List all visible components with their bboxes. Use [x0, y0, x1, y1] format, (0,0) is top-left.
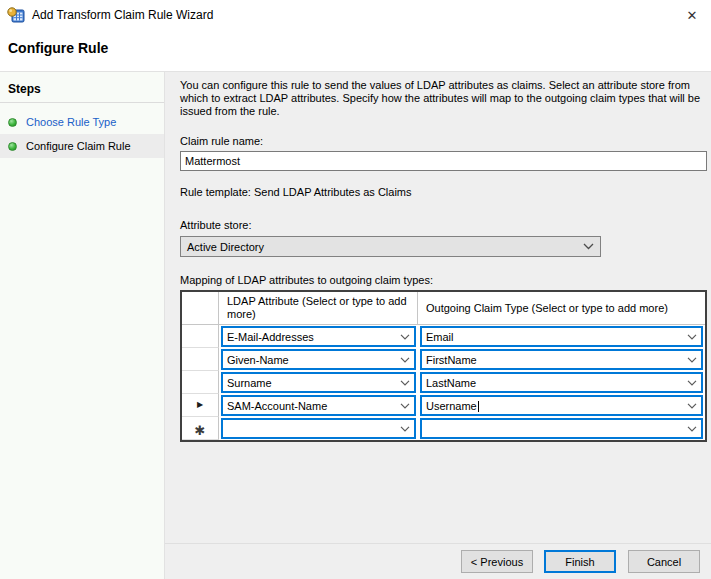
main-panel: You can configure this rule to send the … — [165, 72, 711, 579]
chevron-down-icon — [687, 380, 697, 386]
chevron-down-icon — [583, 243, 594, 250]
outgoing-claim-type-value: Email — [426, 331, 687, 343]
close-icon[interactable]: ✕ — [681, 5, 703, 25]
current-row-arrow-icon: ▶ — [197, 401, 203, 409]
titlebar: Add Transform Claim Rule Wizard — [0, 0, 711, 30]
ldap-attribute-value: E-Mail-Addresses — [227, 331, 400, 343]
outgoing-claim-type-dropdown[interactable]: FirstName — [420, 349, 703, 370]
row-selector-header — [182, 292, 219, 325]
dialog-header: Add Transform Claim Rule Wizard ✕ Config… — [0, 0, 711, 72]
sidebar-item-configure-claim-rule[interactable]: Configure Claim Rule — [0, 134, 164, 158]
current-row-selector[interactable]: ▶ — [182, 394, 219, 417]
chevron-down-icon — [687, 426, 697, 432]
step-bullet-icon — [8, 142, 17, 151]
steps-sidebar: Steps Choose Rule Type Configure Claim R… — [0, 72, 165, 579]
table-cell — [418, 417, 705, 440]
rule-description: You can configure this rule to send the … — [180, 79, 707, 118]
chevron-down-icon — [400, 334, 410, 340]
dialog-body: Steps Choose Rule Type Configure Claim R… — [0, 72, 711, 579]
new-row-selector[interactable]: ✱ — [182, 417, 219, 440]
claim-rule-wizard-icon — [7, 7, 25, 23]
table-cell: Surname — [219, 371, 418, 394]
ldap-attribute-dropdown[interactable]: SAM-Account-Name — [221, 395, 416, 416]
step-bullet-icon — [8, 118, 17, 127]
cancel-button[interactable]: Cancel — [628, 550, 700, 573]
finish-button[interactable]: Finish — [544, 550, 616, 573]
step-label: Configure Claim Rule — [26, 140, 131, 152]
chevron-down-icon — [687, 334, 697, 340]
claim-rule-name-label: Claim rule name: — [180, 135, 707, 147]
outgoing-claim-type-value: FirstName — [426, 354, 687, 366]
table-cell: FirstName — [418, 348, 705, 371]
table-cell: E-Mail-Addresses — [219, 325, 418, 348]
ldap-attribute-value: SAM-Account-Name — [227, 400, 400, 412]
window-title: Add Transform Claim Rule Wizard — [32, 8, 213, 22]
attribute-store-value: Active Directory — [187, 241, 583, 253]
outgoing-claim-type-value: LastName — [426, 377, 687, 389]
mapping-table: LDAP Attribute (Select or type to add mo… — [180, 290, 707, 442]
attribute-store-dropdown[interactable]: Active Directory — [180, 236, 601, 257]
chevron-down-icon — [400, 357, 410, 363]
attribute-store-label: Attribute store: — [180, 219, 707, 231]
outgoing-claim-type-dropdown[interactable]: LastName — [420, 372, 703, 393]
ldap-attribute-dropdown[interactable]: Surname — [221, 372, 416, 393]
chevron-down-icon — [687, 403, 697, 409]
sidebar-item-choose-rule-type[interactable]: Choose Rule Type — [0, 110, 164, 134]
row-selector[interactable] — [182, 371, 219, 394]
ldap-attribute-value: Surname — [227, 377, 400, 389]
ldap-attribute-value: Given-Name — [227, 354, 400, 366]
row-selector[interactable] — [182, 348, 219, 371]
chevron-down-icon — [400, 426, 410, 432]
claim-rule-name-input[interactable] — [180, 151, 707, 171]
table-cell: Given-Name — [219, 348, 418, 371]
outgoing-claim-type-value: Username — [426, 400, 687, 412]
outgoing-claim-type-dropdown[interactable] — [420, 418, 703, 439]
chevron-down-icon — [687, 357, 697, 363]
table-cell: Email — [418, 325, 705, 348]
steps-list: Choose Rule Type Configure Claim Rule — [0, 110, 164, 158]
chevron-down-icon — [400, 380, 410, 386]
new-row-asterisk-icon: ✱ — [195, 424, 206, 437]
outgoing-claim-type-dropdown[interactable]: Username — [420, 395, 703, 416]
mapping-table-label: Mapping of LDAP attributes to outgoing c… — [180, 274, 707, 286]
outgoing-claim-type-column-header: Outgoing Claim Type (Select or type to a… — [418, 292, 705, 325]
row-selector[interactable] — [182, 325, 219, 348]
rule-template-text: Rule template: Send LDAP Attributes as C… — [180, 186, 707, 198]
ldap-attribute-dropdown[interactable] — [221, 418, 416, 439]
ldap-attribute-column-header: LDAP Attribute (Select or type to add mo… — [219, 292, 418, 325]
steps-title: Steps — [0, 72, 164, 103]
page-title: Configure Rule — [8, 40, 108, 56]
previous-button[interactable]: < Previous — [461, 550, 533, 573]
ldap-attribute-dropdown[interactable]: Given-Name — [221, 349, 416, 370]
wizard-dialog: Add Transform Claim Rule Wizard ✕ Config… — [0, 0, 711, 579]
ldap-attribute-dropdown[interactable]: E-Mail-Addresses — [221, 326, 416, 347]
outgoing-claim-type-dropdown[interactable]: Email — [420, 326, 703, 347]
table-cell — [219, 417, 418, 440]
step-label: Choose Rule Type — [26, 116, 116, 128]
table-cell: LastName — [418, 371, 705, 394]
dialog-footer: < Previous Finish Cancel — [165, 543, 711, 579]
chevron-down-icon — [400, 403, 410, 409]
table-cell: Username — [418, 394, 705, 417]
table-cell: SAM-Account-Name — [219, 394, 418, 417]
